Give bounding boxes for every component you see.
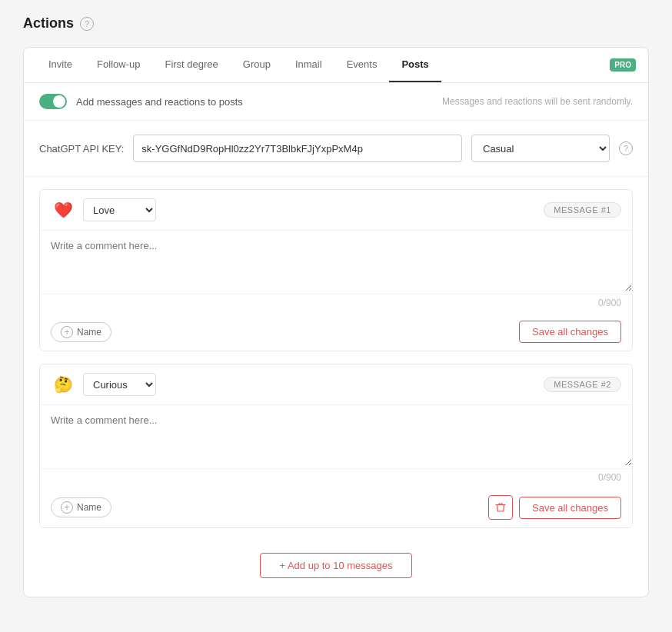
plus-circle-icon-2: + (61, 501, 73, 514)
message-2-reaction-select[interactable]: Love Like Celebrate Curious Insightful F… (83, 373, 156, 396)
message-1-header: ❤️ Love Like Celebrate Curious Insightfu… (40, 190, 632, 230)
tab-group[interactable]: Group (231, 48, 283, 82)
message-1-footer-right: Save all changes (519, 321, 621, 343)
plus-circle-icon-1: + (61, 326, 73, 338)
main-card: Invite Follow-up First degree Group Inma… (23, 47, 649, 597)
toggle-hint: Messages and reactions will be sent rand… (442, 96, 633, 107)
message-2-save-btn[interactable]: Save all changes (519, 497, 621, 519)
message-block-1: ❤️ Love Like Celebrate Curious Insightfu… (39, 189, 633, 351)
tabs-row: Invite Follow-up First degree Group Inma… (24, 48, 648, 83)
chatgpt-row: ChatGPT API KEY: Casual Formal Curious E… (24, 121, 648, 177)
message-2-char-count-row: 0/900 (40, 468, 632, 487)
message-2-char-count: 0/900 (598, 472, 621, 483)
message-1-char-count-row: 0/900 (40, 294, 632, 313)
message-1-reaction-select[interactable]: Love Like Celebrate Curious Insightful F… (83, 198, 156, 221)
tab-events[interactable]: Events (334, 48, 390, 82)
tab-posts[interactable]: Posts (389, 48, 441, 82)
message-1-save-btn[interactable]: Save all changes (519, 321, 621, 343)
toggle-section: Add messages and reactions to posts Mess… (24, 83, 648, 121)
message-1-char-count: 0/900 (598, 298, 621, 308)
message-2-footer: + Name Save all changes (40, 487, 632, 527)
message-2-textarea[interactable] (40, 404, 632, 466)
messages-area: ❤️ Love Like Celebrate Curious Insightfu… (24, 177, 648, 597)
chatgpt-label: ChatGPT API KEY: (39, 143, 124, 155)
message-2-add-name-btn[interactable]: + Name (51, 497, 111, 517)
tab-inmail[interactable]: Inmail (283, 48, 334, 82)
pro-badge: PRO (610, 58, 636, 72)
message-1-reaction-icon: ❤️ (51, 198, 75, 222)
tone-help-icon[interactable]: ? (619, 141, 633, 155)
tab-follow-up[interactable]: Follow-up (85, 48, 152, 82)
add-messages-btn[interactable]: + Add up to 10 messages (260, 553, 411, 578)
toggle-left: Add messages and reactions to posts (39, 94, 243, 109)
page-help-icon[interactable]: ? (80, 17, 94, 31)
message-1-textarea[interactable] (40, 230, 632, 291)
message-2-footer-right: Save all changes (488, 495, 621, 520)
page-title: Actions (23, 15, 74, 32)
message-2-header: 🤔 Love Like Celebrate Curious Insightful… (40, 364, 632, 404)
message-2-delete-btn[interactable] (488, 495, 513, 520)
message-1-name-label: Name (77, 327, 101, 338)
message-2-badge: MESSAGE #2 (544, 377, 621, 392)
api-key-input[interactable] (133, 135, 462, 162)
message-2-reaction-icon: 🤔 (51, 372, 75, 397)
message-block-2: 🤔 Love Like Celebrate Curious Insightful… (39, 364, 633, 528)
tab-first-degree[interactable]: First degree (152, 48, 230, 82)
tone-select[interactable]: Casual Formal Curious Enthusiastic Profe… (471, 135, 610, 162)
message-2-name-label: Name (77, 502, 101, 513)
tab-invite[interactable]: Invite (36, 48, 85, 82)
message-1-add-name-btn[interactable]: + Name (51, 322, 111, 342)
add-messages-row: + Add up to 10 messages (39, 541, 633, 584)
toggle-label: Add messages and reactions to posts (76, 96, 243, 108)
message-1-badge: MESSAGE #1 (544, 202, 621, 218)
message-1-footer: + Name Save all changes (40, 313, 632, 351)
add-messages-toggle[interactable] (39, 94, 67, 109)
